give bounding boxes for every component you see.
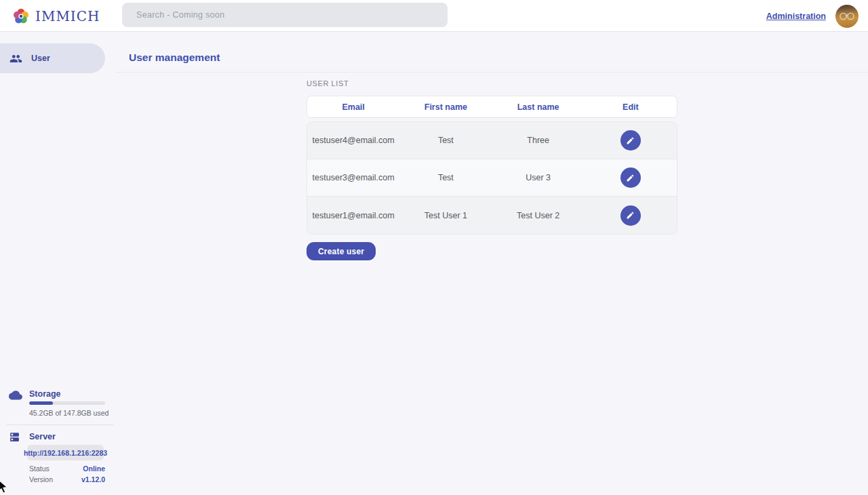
cell-email: testuser4@email.com	[307, 136, 399, 145]
storage-progress-bar	[29, 401, 105, 405]
edit-user-button[interactable]	[620, 167, 641, 188]
server-version-row: Version v1.12.0	[29, 475, 105, 483]
server-icon	[9, 431, 20, 443]
cell-email: testuser3@email.com	[307, 173, 399, 182]
cell-first-name: Test	[399, 136, 492, 145]
version-value: v1.12.0	[81, 475, 105, 483]
pencil-icon	[626, 136, 635, 145]
table-row: testuser4@email.com Test Three	[307, 122, 677, 159]
header-right: Administration	[766, 0, 859, 32]
cell-first-name: Test User 1	[399, 211, 492, 220]
status-label: Status	[29, 464, 50, 473]
user-table: testuser4@email.com Test Three testuser3…	[307, 121, 677, 235]
cell-last-name: User 3	[492, 173, 585, 182]
cell-email: testuser1@email.com	[307, 211, 399, 220]
storage-usage-text: 45.2GB of 147.8GB used	[29, 409, 108, 417]
title-divider	[116, 72, 868, 73]
table-row: testuser1@email.com Test User 1 Test Use…	[307, 197, 677, 234]
table-row: testuser3@email.com Test User 3	[307, 159, 677, 197]
search-input[interactable]	[122, 3, 448, 27]
column-header-email: Email	[307, 102, 399, 112]
app-header: IMMICH Administration	[0, 0, 868, 32]
administration-link[interactable]: Administration	[766, 12, 826, 21]
immich-flower-icon	[12, 7, 30, 25]
column-header-first-name: First name	[399, 102, 492, 112]
user-list-label: USER LIST	[307, 79, 349, 87]
column-header-edit: Edit	[585, 102, 677, 112]
storage-progress-fill	[29, 401, 53, 405]
sidebar-divider	[6, 424, 114, 425]
cell-last-name: Three	[492, 136, 585, 145]
pencil-icon	[626, 211, 635, 220]
users-group-icon	[9, 52, 22, 65]
column-header-last-name: Last name	[492, 102, 585, 112]
pencil-icon	[626, 174, 635, 182]
sidebar-item-user[interactable]: User	[0, 43, 105, 73]
server-status-row: Status Online	[29, 464, 105, 473]
glasses-icon	[839, 12, 855, 20]
user-avatar[interactable]	[835, 5, 859, 28]
server-title: Server	[29, 432, 56, 441]
immich-logo: IMMICH	[12, 0, 100, 32]
user-table-header: Email First name Last name Edit	[307, 96, 677, 118]
server-url: http://192.168.1.216:2283	[27, 445, 104, 460]
storage-title: Storage	[29, 389, 61, 399]
cell-last-name: Test User 2	[492, 211, 585, 220]
create-user-button[interactable]: Create user	[307, 242, 376, 260]
logo-text: IMMICH	[35, 8, 100, 24]
sidebar-item-user-label: User	[31, 54, 50, 63]
mouse-cursor	[0, 479, 13, 495]
edit-user-button[interactable]	[620, 130, 641, 151]
status-value: Online	[83, 464, 105, 473]
version-label: Version	[29, 475, 53, 483]
page-title: User management	[129, 52, 220, 64]
cloud-icon	[9, 389, 22, 400]
cell-first-name: Test	[399, 173, 492, 182]
edit-user-button[interactable]	[620, 205, 641, 226]
